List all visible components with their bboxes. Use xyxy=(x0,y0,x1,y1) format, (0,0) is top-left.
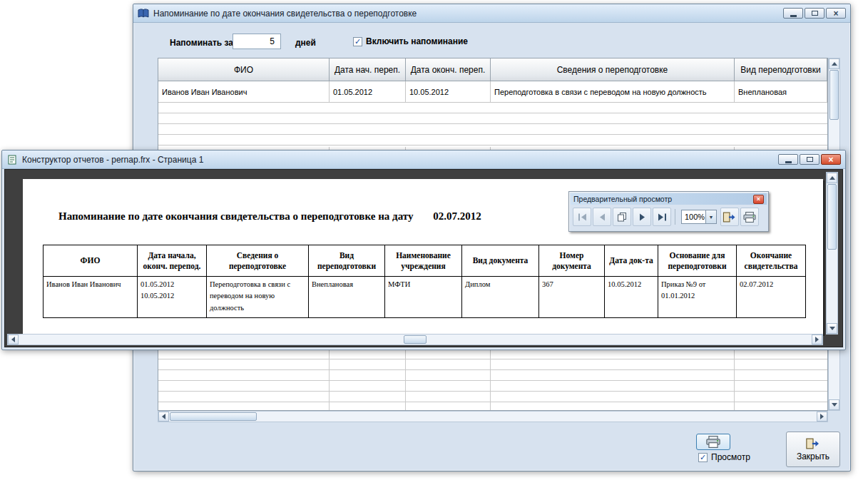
scroll-down-button[interactable] xyxy=(827,323,837,334)
grid-cell-type: Внеплановая xyxy=(735,81,827,103)
report-cell: Приказ №9 от 01.01.2012 xyxy=(658,277,737,318)
next-page-button[interactable] xyxy=(633,208,651,226)
grid-header-row: ФИО Дата нач. переп. Дата оконч. переп. … xyxy=(158,58,827,81)
right-arrow-icon xyxy=(815,337,822,342)
scroll-up-button[interactable] xyxy=(827,173,837,183)
grid-header-fio[interactable]: ФИО xyxy=(158,58,330,81)
report-cell: Иванов Иван Иванович xyxy=(44,277,138,318)
print-button[interactable] xyxy=(696,434,730,450)
report-data-row: Иванов Иван Иванович 01.05.2012 10.05.20… xyxy=(44,277,806,318)
grid-cell-fio: Иванов Иван Иванович xyxy=(158,81,330,103)
printer-icon xyxy=(743,212,756,223)
grid-header-type[interactable]: Вид переподготовки xyxy=(735,58,827,81)
chevron-down-icon: ▼ xyxy=(709,215,714,220)
preview-toolbar-buttons: 100% ▼ xyxy=(569,205,768,229)
remind-days-input[interactable] xyxy=(233,34,281,49)
close-button[interactable]: × xyxy=(826,8,846,19)
toolbar-separator xyxy=(675,209,675,225)
zoom-select[interactable]: 100% ▼ xyxy=(681,210,717,224)
close-icon: × xyxy=(833,9,838,18)
grid-header-start-date[interactable]: Дата нач. переп. xyxy=(330,58,406,81)
minimize-icon xyxy=(785,161,792,163)
report-cell: Внеплановая xyxy=(309,277,385,318)
book-icon xyxy=(138,9,149,19)
maximize-button[interactable] xyxy=(805,8,824,19)
minimize-button[interactable] xyxy=(783,8,803,19)
scroll-up-button[interactable] xyxy=(829,58,839,69)
left-arrow-icon xyxy=(9,337,15,342)
report-header-cell: Дата начала, оконч. перепод. xyxy=(138,245,207,277)
maximize-icon xyxy=(807,157,813,162)
last-page-icon xyxy=(658,213,667,221)
grid-cell-info: Переподготовка в связи с переводом на но… xyxy=(491,81,735,103)
grid-data-row[interactable]: Иванов Иван Иванович 01.05.2012 10.05.20… xyxy=(158,81,827,103)
exit-door-icon xyxy=(723,212,737,223)
zoom-value: 100% xyxy=(682,210,705,223)
report-header-cell: Вид документа xyxy=(462,245,539,277)
report-date: 02.07.2012 xyxy=(433,210,481,222)
caption-buttons: × xyxy=(778,154,841,165)
scroll-right-button[interactable] xyxy=(817,412,827,422)
scroll-left-button[interactable] xyxy=(158,412,169,422)
exit-preview-button[interactable] xyxy=(720,208,739,226)
exit-door-icon xyxy=(805,438,821,449)
close-button[interactable]: × xyxy=(821,154,841,165)
last-page-button[interactable] xyxy=(653,208,671,226)
horizontal-scroll-thumb[interactable] xyxy=(404,335,427,344)
printer-icon xyxy=(706,436,720,448)
scroll-down-button[interactable] xyxy=(829,399,839,410)
reminder-titlebar[interactable]: Напоминание по дате окончания свидетельс… xyxy=(133,4,850,23)
report-header-cell: Окончание свидетельства xyxy=(737,245,806,277)
reminder-window-title: Напоминание по дате окончания свидетельс… xyxy=(153,9,779,19)
close-icon: × xyxy=(828,155,833,164)
report-header-cell: Вид переподготовки xyxy=(309,245,385,277)
previous-page-button[interactable] xyxy=(593,208,611,226)
minimize-button[interactable] xyxy=(778,154,798,165)
maximize-button[interactable] xyxy=(800,154,820,165)
report-header-cell: Номер документа xyxy=(539,245,605,277)
report-header-cell: ФИО xyxy=(44,245,138,277)
grid-cell-start-date: 01.05.2012 xyxy=(330,81,406,103)
copy-page-button[interactable] xyxy=(613,208,631,226)
report-vertical-scrollbar[interactable] xyxy=(826,172,838,335)
close-window-button[interactable]: Закрыть xyxy=(786,432,840,467)
report-window: Конструктор отчетов - pernap.frx - Стран… xyxy=(1,150,846,350)
enable-reminder-label: Включить напоминание xyxy=(366,36,468,46)
maximize-icon xyxy=(812,11,818,16)
grid-header-end-date[interactable]: Дата оконч. переп. xyxy=(406,58,491,81)
next-page-icon xyxy=(638,213,647,221)
vertical-scroll-thumb[interactable] xyxy=(827,184,837,250)
first-page-button[interactable] xyxy=(573,208,591,226)
toolbar-close-button[interactable]: × xyxy=(753,195,764,204)
up-arrow-icon xyxy=(832,59,837,66)
down-arrow-icon xyxy=(829,327,835,333)
report-window-title: Конструктор отчетов - pernap.frx - Стран… xyxy=(22,155,774,165)
report-cell: 01.05.2012 10.05.2012 xyxy=(138,277,207,318)
caption-buttons: × xyxy=(783,8,846,19)
preview-toolbar-title: Предварительный просмотр xyxy=(573,195,672,203)
zoom-dropdown-button[interactable]: ▼ xyxy=(705,210,716,223)
down-arrow-icon xyxy=(832,403,837,409)
previous-page-icon xyxy=(598,213,607,221)
vertical-scroll-thumb[interactable] xyxy=(829,70,839,120)
report-header-cell: Сведения о переподготовке xyxy=(207,245,309,277)
enable-reminder-checkbox[interactable]: ✓ Включить напоминание xyxy=(353,36,468,46)
preview-label: Просмотр xyxy=(711,452,750,462)
report-cell: 10.05.2012 xyxy=(605,277,658,318)
preview-toolbar-titlebar[interactable]: Предварительный просмотр × xyxy=(571,193,767,205)
report-document-icon xyxy=(6,155,18,165)
preview-checkbox[interactable]: ✓ Просмотр xyxy=(698,452,750,462)
grid-header-info[interactable]: Сведения о переподготовке xyxy=(491,58,735,81)
grid-horizontal-scrollbar[interactable] xyxy=(158,411,828,422)
horizontal-scroll-thumb[interactable] xyxy=(170,412,257,421)
minimize-icon xyxy=(790,15,797,17)
report-cell: 02.07.2012 xyxy=(737,277,806,318)
close-icon: × xyxy=(757,195,760,203)
report-horizontal-scrollbar[interactable] xyxy=(7,334,823,345)
scroll-left-button[interactable] xyxy=(8,335,19,344)
toolbar-print-button[interactable] xyxy=(740,208,759,226)
grid-cell-end-date: 10.05.2012 xyxy=(406,81,491,103)
report-titlebar[interactable]: Конструктор отчетов - pernap.frx - Стран… xyxy=(2,150,845,169)
scroll-right-button[interactable] xyxy=(812,335,822,344)
remind-for-label: Напоминать за xyxy=(170,38,233,48)
